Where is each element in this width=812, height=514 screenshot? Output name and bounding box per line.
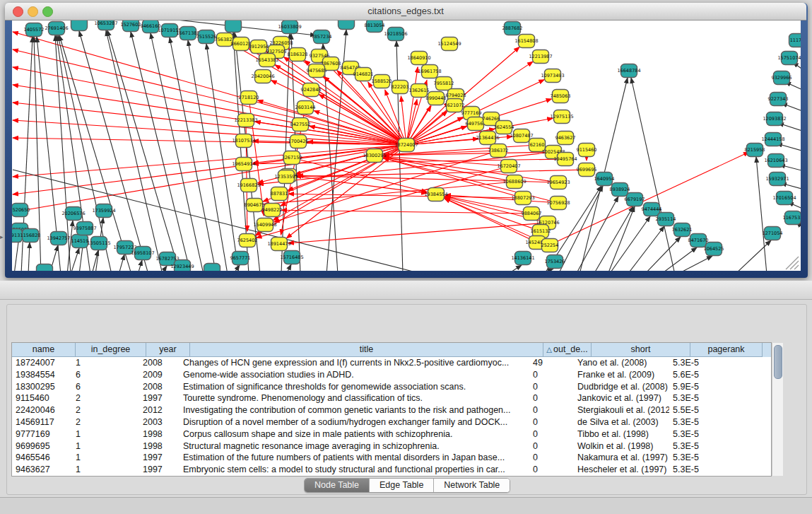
cell-year[interactable]: 1997 bbox=[139, 464, 180, 476]
network-node[interactable]: 9242848 bbox=[301, 83, 322, 97]
table-row[interactable]: 977716911998Corpus callosum shape and si… bbox=[12, 428, 771, 440]
resize-grip[interactable] bbox=[786, 257, 799, 269]
network-edge-black[interactable] bbox=[539, 269, 553, 271]
column-header-year[interactable]: year bbox=[146, 343, 190, 357]
cell-name[interactable]: 19384554 bbox=[12, 369, 72, 381]
cell-out_de[interactable]: 0 bbox=[529, 404, 574, 416]
cell-year[interactable]: 1998 bbox=[139, 428, 180, 440]
network-node[interactable]: 2520650 bbox=[12, 204, 30, 217]
cell-short[interactable]: Franke et al. (2009) bbox=[574, 369, 669, 381]
table-row[interactable]: 1456911722003Disruption of a novel membe… bbox=[12, 416, 771, 428]
cell-title[interactable]: Genome-wide association studies in ADHD. bbox=[180, 369, 529, 381]
network-node[interactable] bbox=[71, 21, 88, 31]
network-edge-black[interactable] bbox=[188, 40, 228, 271]
network-view-window[interactable]: citations_edges.txt 18724007183002951938… bbox=[5, 3, 808, 278]
network-node[interactable]: 8186328 bbox=[288, 48, 308, 62]
network-node[interactable]: 19166829 bbox=[237, 179, 260, 192]
network-node[interactable]: 6679197 bbox=[625, 193, 645, 206]
network-node[interactable]: 12444158 bbox=[761, 133, 784, 146]
network-edge-black[interactable] bbox=[119, 255, 124, 271]
table-scrollbar-thumb[interactable] bbox=[774, 345, 782, 379]
network-node[interactable]: 10973493 bbox=[541, 69, 564, 83]
network-edge-black[interactable] bbox=[138, 260, 142, 271]
network-node[interactable]: 1405572 bbox=[24, 23, 45, 37]
cell-pagerank[interactable]: 5.3E-5 bbox=[669, 357, 738, 369]
network-edge-black[interactable] bbox=[645, 237, 681, 271]
cell-short[interactable]: Nakamura et al. (1997) bbox=[574, 452, 669, 464]
cell-name[interactable]: 9465546 bbox=[12, 452, 72, 464]
network-node[interactable]: 15409948 bbox=[253, 218, 276, 232]
network-node[interactable]: 18724007 bbox=[394, 139, 418, 152]
cell-pagerank[interactable]: 5.3E-5 bbox=[669, 464, 738, 476]
network-node[interactable] bbox=[204, 264, 220, 271]
network-edge-red[interactable] bbox=[288, 175, 427, 193]
network-node[interactable] bbox=[339, 21, 355, 30]
network-node[interactable]: 19218506 bbox=[384, 28, 407, 41]
cell-out_de[interactable]: 0 bbox=[529, 440, 574, 452]
network-node[interactable] bbox=[37, 264, 53, 271]
network-node[interactable]: 9227343 bbox=[768, 93, 789, 106]
network-node[interactable]: 2603144 bbox=[295, 101, 316, 115]
cell-pagerank[interactable]: 5.3E-5 bbox=[669, 440, 738, 452]
network-node[interactable]: 12213383 bbox=[234, 114, 257, 127]
network-node[interactable]: 8215958 bbox=[745, 144, 765, 157]
cell-title[interactable]: Tourette syndrome. Phenomenology and cla… bbox=[180, 392, 529, 404]
network-edge-black[interactable] bbox=[170, 37, 216, 271]
network-node[interactable]: 7515526 bbox=[196, 30, 217, 44]
cell-in_degree[interactable]: 2 bbox=[72, 392, 139, 404]
network-node[interactable]: 13505115 bbox=[87, 237, 110, 250]
table-row[interactable]: 1830029562008Estimation of significance … bbox=[12, 381, 771, 393]
table-row[interactable]: 969969511998Structural magnetic resonanc… bbox=[12, 440, 771, 452]
table-row[interactable]: 1872400712008Changes of HCN gene express… bbox=[12, 357, 771, 369]
network-node[interactable]: 7955812 bbox=[434, 77, 454, 90]
cell-name[interactable]: 18300295 bbox=[12, 381, 72, 393]
column-header-in_degree[interactable]: in_degree bbox=[76, 343, 146, 357]
cell-short[interactable]: Yano et al. (2008) bbox=[574, 357, 669, 369]
network-node[interactable]: 16543382 bbox=[255, 54, 278, 67]
network-node[interactable]: 13942757 bbox=[47, 232, 70, 245]
network-node[interactable]: 17359924 bbox=[92, 204, 115, 218]
network-node[interactable]: 10756928 bbox=[546, 197, 570, 210]
column-header-out_de[interactable]: △out_de... bbox=[543, 343, 592, 357]
cell-name[interactable]: 9115460 bbox=[12, 392, 72, 404]
network-node[interactable]: 27691406 bbox=[45, 22, 68, 35]
network-edge-black[interactable] bbox=[206, 44, 239, 271]
network-node[interactable]: 18640910 bbox=[407, 52, 430, 65]
network-node[interactable]: 8990448 bbox=[426, 92, 447, 105]
network-node[interactable]: 9463627 bbox=[555, 132, 576, 145]
cell-short[interactable]: de Silva et al. (2003) bbox=[574, 416, 669, 428]
network-node[interactable]: 16648784 bbox=[617, 64, 640, 78]
cell-name[interactable]: 14569117 bbox=[12, 416, 72, 428]
network-node[interactable]: 93975887 bbox=[73, 222, 96, 235]
network-node[interactable]: 14136141 bbox=[511, 252, 534, 265]
cell-name[interactable]: 9777169 bbox=[12, 428, 72, 440]
cell-in_degree[interactable]: 1 bbox=[72, 464, 139, 476]
network-node[interactable]: 9657771 bbox=[230, 252, 251, 265]
network-edge-black[interactable] bbox=[661, 247, 697, 271]
network-node[interactable]: 1527602 bbox=[121, 21, 141, 32]
cell-short[interactable]: Hescheler et al. (1997) bbox=[574, 464, 669, 476]
network-node[interactable]: 15932971 bbox=[765, 173, 789, 186]
network-node[interactable]: 16720407 bbox=[497, 160, 520, 173]
network-window-titlebar[interactable]: citations_edges.txt bbox=[5, 3, 806, 21]
network-edge-black[interactable] bbox=[507, 265, 522, 271]
cell-out_de[interactable]: 0 bbox=[529, 464, 574, 476]
column-header-pagerank[interactable]: pagerank bbox=[690, 343, 763, 357]
network-edge-red[interactable] bbox=[319, 95, 406, 145]
cell-title[interactable]: Changes of HCN gene expression and I(f) … bbox=[180, 357, 529, 369]
table-row[interactable]: 1938455462009Genome-wide association stu… bbox=[12, 369, 771, 381]
column-header-name[interactable]: name bbox=[12, 343, 76, 357]
network-node[interactable]: 21364436 bbox=[476, 132, 499, 145]
network-node[interactable]: 9146821 bbox=[353, 68, 374, 81]
tab-edge-table[interactable]: Edge Table bbox=[370, 479, 434, 492]
minimize-traffic-light[interactable] bbox=[28, 6, 38, 17]
network-node[interactable]: 7632621 bbox=[672, 223, 693, 237]
network-node[interactable]: 19495764 bbox=[553, 153, 577, 166]
network-edge-black[interactable] bbox=[576, 197, 618, 271]
network-edge-black[interactable] bbox=[71, 248, 79, 271]
network-node[interactable] bbox=[225, 21, 242, 33]
network-edge-red[interactable] bbox=[288, 223, 548, 243]
network-node[interactable]: 16154808 bbox=[514, 35, 538, 48]
network-canvas[interactable]: 1872400718300295193845547563822866012889… bbox=[12, 21, 801, 271]
table-row[interactable]: 2242004622012Investigating the contribut… bbox=[12, 404, 771, 416]
